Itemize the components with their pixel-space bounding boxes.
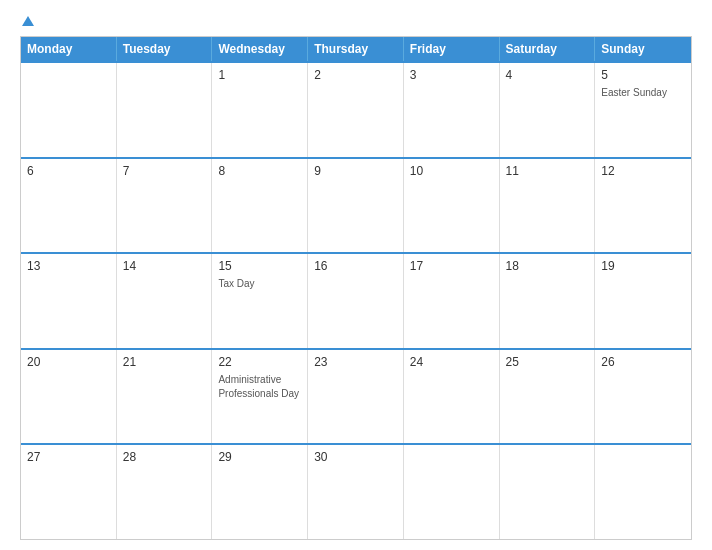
cal-day-number: 7 — [123, 164, 206, 178]
cal-day-number: 2 — [314, 68, 397, 82]
cal-day-number: 12 — [601, 164, 685, 178]
cal-day-number: 14 — [123, 259, 206, 273]
cal-header-tuesday: Tuesday — [117, 37, 213, 61]
cal-day-number: 30 — [314, 450, 397, 464]
calendar-header-row: MondayTuesdayWednesdayThursdayFridaySatu… — [21, 37, 691, 61]
cal-cell: 3 — [404, 63, 500, 157]
cal-cell: 24 — [404, 350, 500, 444]
cal-cell: 16 — [308, 254, 404, 348]
cal-header-thursday: Thursday — [308, 37, 404, 61]
cal-cell: 14 — [117, 254, 213, 348]
cal-cell: 12 — [595, 159, 691, 253]
cal-day-number: 15 — [218, 259, 301, 273]
cal-day-number: 28 — [123, 450, 206, 464]
cal-day-number: 21 — [123, 355, 206, 369]
cal-cell — [595, 445, 691, 539]
cal-day-number: 9 — [314, 164, 397, 178]
cal-day-number: 19 — [601, 259, 685, 273]
cal-cell: 5Easter Sunday — [595, 63, 691, 157]
cal-day-number: 11 — [506, 164, 589, 178]
cal-cell: 11 — [500, 159, 596, 253]
cal-day-number: 4 — [506, 68, 589, 82]
cal-cell: 7 — [117, 159, 213, 253]
cal-week-2: 6789101112 — [21, 157, 691, 253]
cal-cell — [500, 445, 596, 539]
cal-cell: 28 — [117, 445, 213, 539]
calendar-grid: MondayTuesdayWednesdayThursdayFridaySatu… — [20, 36, 692, 540]
calendar-body: 12345Easter Sunday6789101112131415Tax Da… — [21, 61, 691, 539]
cal-cell: 26 — [595, 350, 691, 444]
cal-day-number: 23 — [314, 355, 397, 369]
cal-cell: 9 — [308, 159, 404, 253]
cal-cell: 18 — [500, 254, 596, 348]
cal-cell: 10 — [404, 159, 500, 253]
cal-header-friday: Friday — [404, 37, 500, 61]
cal-cell: 17 — [404, 254, 500, 348]
cal-header-saturday: Saturday — [500, 37, 596, 61]
cal-cell: 30 — [308, 445, 404, 539]
cal-cell: 2 — [308, 63, 404, 157]
cal-cell: 20 — [21, 350, 117, 444]
calendar-page: MondayTuesdayWednesdayThursdayFridaySatu… — [0, 0, 712, 550]
cal-day-number: 25 — [506, 355, 589, 369]
cal-week-3: 131415Tax Day16171819 — [21, 252, 691, 348]
cal-header-sunday: Sunday — [595, 37, 691, 61]
cal-cell: 23 — [308, 350, 404, 444]
cal-event-label: Easter Sunday — [601, 87, 667, 98]
page-header — [20, 16, 692, 26]
cal-cell: 27 — [21, 445, 117, 539]
cal-cell: 13 — [21, 254, 117, 348]
logo — [20, 16, 36, 26]
cal-week-5: 27282930 — [21, 443, 691, 539]
cal-day-number: 1 — [218, 68, 301, 82]
logo-triangle-icon — [22, 16, 34, 26]
cal-week-1: 12345Easter Sunday — [21, 61, 691, 157]
cal-day-number: 8 — [218, 164, 301, 178]
cal-header-wednesday: Wednesday — [212, 37, 308, 61]
cal-cell: 1 — [212, 63, 308, 157]
cal-header-monday: Monday — [21, 37, 117, 61]
cal-cell: 15Tax Day — [212, 254, 308, 348]
cal-cell: 29 — [212, 445, 308, 539]
cal-day-number: 20 — [27, 355, 110, 369]
cal-cell: 8 — [212, 159, 308, 253]
cal-day-number: 13 — [27, 259, 110, 273]
cal-cell: 19 — [595, 254, 691, 348]
cal-day-number: 16 — [314, 259, 397, 273]
cal-week-4: 202122Administrative Professionals Day23… — [21, 348, 691, 444]
cal-day-number: 29 — [218, 450, 301, 464]
cal-event-label: Tax Day — [218, 278, 254, 289]
cal-event-label: Administrative Professionals Day — [218, 374, 299, 399]
cal-day-number: 24 — [410, 355, 493, 369]
cal-day-number: 5 — [601, 68, 685, 82]
cal-cell: 22Administrative Professionals Day — [212, 350, 308, 444]
cal-day-number: 22 — [218, 355, 301, 369]
cal-cell: 4 — [500, 63, 596, 157]
cal-day-number: 27 — [27, 450, 110, 464]
cal-cell: 21 — [117, 350, 213, 444]
cal-day-number: 10 — [410, 164, 493, 178]
cal-day-number: 3 — [410, 68, 493, 82]
cal-day-number: 18 — [506, 259, 589, 273]
cal-cell — [404, 445, 500, 539]
cal-day-number: 17 — [410, 259, 493, 273]
cal-day-number: 6 — [27, 164, 110, 178]
cal-cell — [21, 63, 117, 157]
cal-cell — [117, 63, 213, 157]
cal-cell: 25 — [500, 350, 596, 444]
cal-day-number: 26 — [601, 355, 685, 369]
cal-cell: 6 — [21, 159, 117, 253]
